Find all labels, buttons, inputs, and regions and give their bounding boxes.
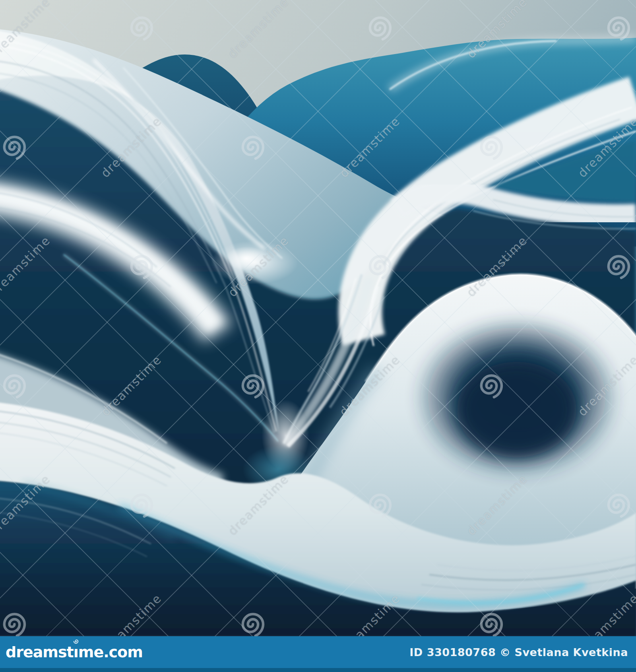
footer-bottom-strip xyxy=(0,668,636,672)
logo-spiral-icon xyxy=(72,638,79,645)
image-credit: ID 330180768 © Svetlana Kvetkina xyxy=(409,636,628,668)
logo-text-pre: dreamst xyxy=(6,643,74,661)
abstract-wave-artwork xyxy=(0,0,636,636)
wave-scene xyxy=(0,0,636,636)
logo-text-post: me.com xyxy=(78,643,143,661)
dreamstime-logo: dreamstıme.com xyxy=(6,636,143,668)
stock-photo-preview: dreamstime dreamstime dreamstime dreamst… xyxy=(0,0,636,672)
logo-letter-i: ı xyxy=(74,643,78,661)
footer-bar: dreamstıme.com ID 330180768 © Svetlana K… xyxy=(0,636,636,672)
